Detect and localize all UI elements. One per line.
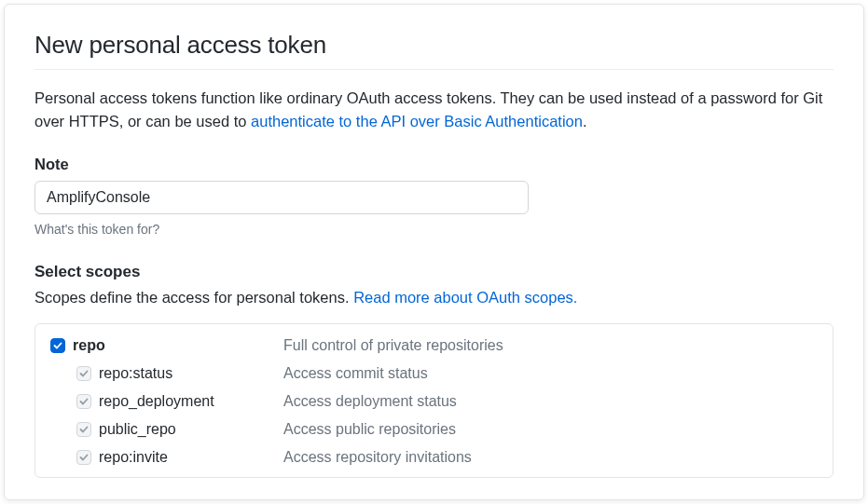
- scope-name: public_repo: [99, 421, 176, 438]
- scope-desc: Access deployment status: [283, 393, 457, 410]
- token-form-card: New personal access token Personal acces…: [4, 4, 864, 500]
- check-icon: [79, 453, 89, 462]
- scope-desc: Full control of private repositories: [283, 337, 503, 354]
- checkbox-repo-deployment[interactable]: [76, 394, 91, 409]
- scope-name: repo: [73, 337, 105, 354]
- scopes-desc-before: Scopes define the access for personal to…: [34, 289, 353, 306]
- checkbox-repo[interactable]: [50, 338, 65, 353]
- checkbox-repo-invite[interactable]: [76, 450, 91, 465]
- scopes-desc: Scopes define the access for personal to…: [34, 289, 834, 306]
- scope-row-repo: repo Full control of private repositorie…: [50, 337, 818, 354]
- scope-row-repo-status: repo:status Access commit status: [50, 365, 818, 382]
- scope-desc: Access public repositories: [283, 421, 456, 438]
- scope-row-repo-invite: repo:invite Access repository invitation…: [50, 449, 818, 466]
- scope-row-repo-deployment: repo_deployment Access deployment status: [50, 393, 818, 410]
- note-label: Note: [34, 156, 834, 173]
- checkbox-public-repo[interactable]: [76, 422, 91, 437]
- note-input[interactable]: [34, 181, 529, 214]
- check-icon: [53, 341, 62, 350]
- page-title: New personal access token: [34, 31, 834, 70]
- intro-link[interactable]: authenticate to the API over Basic Authe…: [251, 113, 583, 129]
- note-help: What's this token for?: [34, 222, 834, 237]
- scope-row-public-repo: public_repo Access public repositories: [50, 421, 818, 438]
- scope-name: repo:invite: [99, 449, 168, 466]
- scope-desc: Access commit status: [283, 365, 428, 382]
- check-icon: [79, 397, 89, 406]
- scope-name: repo:status: [99, 365, 172, 382]
- check-icon: [79, 369, 89, 378]
- intro-after: .: [583, 113, 587, 129]
- intro-text: Personal access tokens function like ord…: [34, 87, 834, 133]
- scope-box: repo Full control of private repositorie…: [34, 323, 834, 478]
- scope-name: repo_deployment: [99, 393, 214, 410]
- scopes-link[interactable]: Read more about OAuth scopes.: [353, 289, 577, 306]
- scope-desc: Access repository invitations: [283, 449, 472, 466]
- check-icon: [79, 425, 89, 434]
- scopes-title: Select scopes: [34, 263, 834, 281]
- checkbox-repo-status[interactable]: [76, 366, 91, 381]
